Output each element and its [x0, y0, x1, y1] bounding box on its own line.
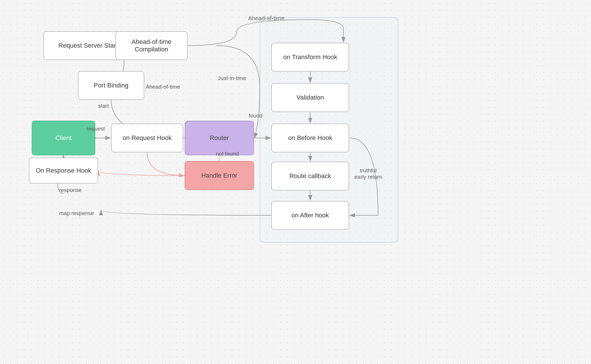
on-before-hook-node: on Before Hook — [271, 124, 349, 152]
on-transform-hook-node: on Transform Hook — [271, 43, 349, 72]
request-server-start-label: Request Server Start — [58, 42, 117, 49]
client-node: Client — [32, 121, 95, 155]
on-before-hook-label: on Before Hook — [288, 134, 332, 142]
validation-label: Validation — [297, 94, 324, 101]
just-in-time-label: Just-in-time — [218, 75, 246, 81]
router-label: Router — [210, 134, 229, 142]
map-response-label: map response — [59, 210, 94, 216]
on-after-hook-label: on After hook — [291, 212, 329, 219]
on-request-hook-node: on Request Hook — [111, 124, 183, 152]
start-label: start — [98, 103, 109, 109]
route-callback-node: Route callback — [271, 162, 349, 191]
on-response-hook-label: On Response Hook — [36, 167, 91, 174]
response-label: response — [59, 187, 82, 193]
aot-compilation-label: Ahead-of-time Compilation — [132, 38, 171, 53]
client-label: Client — [55, 134, 72, 142]
port-binding-label: Port Binding — [94, 82, 128, 89]
on-after-hook-node: on After hook — [271, 201, 349, 230]
not-found-label: not found — [216, 151, 239, 157]
request-label: request — [87, 126, 105, 132]
on-transform-hook-label: on Transform Hook — [283, 53, 337, 61]
on-response-hook-node: On Response Hook — [29, 158, 98, 184]
router-node: Router — [185, 121, 254, 155]
handle-error-label: Handle Error — [201, 172, 237, 179]
found-label: found — [249, 113, 263, 119]
aot-region-label: Ahead-of-time — [248, 15, 285, 22]
aot-compilation-node: Ahead-of-time Compilation — [115, 31, 188, 60]
truthful-early-return-label: truthful early return — [354, 167, 382, 180]
on-request-hook-label: on Request Hook — [123, 134, 172, 142]
ahead-of-time-label: Ahead-of-time — [146, 84, 180, 90]
handle-error-node: Handle Error — [185, 161, 254, 190]
validation-node: Validation — [271, 83, 349, 112]
diagram-container: Ahead-of-time — [0, 0, 591, 364]
port-binding-node: Port Binding — [78, 71, 144, 100]
route-callback-label: Route callback — [289, 172, 331, 180]
